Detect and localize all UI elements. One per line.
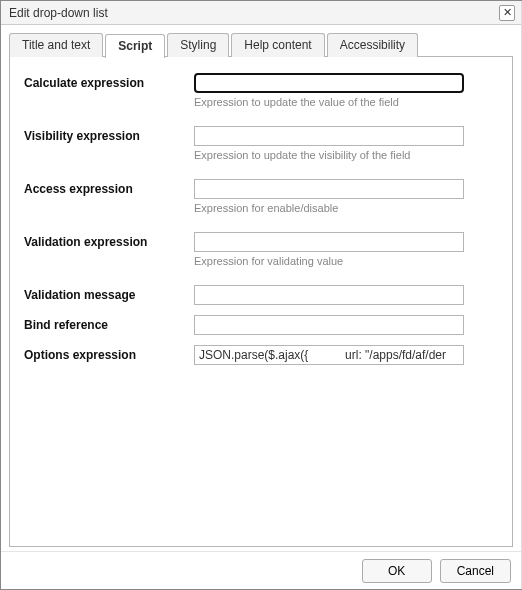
- hint-visibility: Expression to update the visibility of t…: [194, 149, 498, 161]
- hint-access: Expression for enable/disable: [194, 202, 498, 214]
- row-validation-message: Validation message: [24, 285, 498, 305]
- label-options: Options expression: [24, 345, 194, 362]
- edit-dropdown-dialog: Edit drop-down list ✕ Title and text Scr…: [0, 0, 522, 590]
- calculate-expression-input[interactable]: [194, 73, 464, 93]
- dialog-title: Edit drop-down list: [9, 6, 499, 20]
- tabstrip: Title and text Script Styling Help conte…: [9, 33, 513, 57]
- hint-calculate: Expression to update the value of the fi…: [194, 96, 498, 108]
- validation-message-input[interactable]: [194, 285, 464, 305]
- hint-validation: Expression for validating value: [194, 255, 498, 267]
- tab-styling[interactable]: Styling: [167, 33, 229, 57]
- field-bind-reference: [194, 315, 498, 335]
- dialog-body: Title and text Script Styling Help conte…: [1, 25, 521, 551]
- field-access: Expression for enable/disable: [194, 179, 498, 226]
- close-icon[interactable]: ✕: [499, 5, 515, 21]
- tab-help-content[interactable]: Help content: [231, 33, 324, 57]
- field-validation: Expression for validating value: [194, 232, 498, 279]
- validation-expression-input[interactable]: [194, 232, 464, 252]
- script-panel: Calculate expression Expression to updat…: [9, 56, 513, 547]
- field-validation-message: [194, 285, 498, 305]
- label-bind-reference: Bind reference: [24, 315, 194, 332]
- row-validation: Validation expression Expression for val…: [24, 232, 498, 279]
- access-expression-input[interactable]: [194, 179, 464, 199]
- bind-reference-input[interactable]: [194, 315, 464, 335]
- options-expression-input[interactable]: [194, 345, 464, 365]
- row-visibility: Visibility expression Expression to upda…: [24, 126, 498, 173]
- tab-script[interactable]: Script: [105, 34, 165, 58]
- tab-title-and-text[interactable]: Title and text: [9, 33, 103, 57]
- row-access: Access expression Expression for enable/…: [24, 179, 498, 226]
- ok-button[interactable]: OK: [362, 559, 432, 583]
- field-options: [194, 345, 498, 365]
- visibility-expression-input[interactable]: [194, 126, 464, 146]
- row-options: Options expression: [24, 345, 498, 365]
- dialog-footer: OK Cancel: [1, 551, 521, 589]
- label-calculate: Calculate expression: [24, 73, 194, 90]
- titlebar: Edit drop-down list ✕: [1, 1, 521, 25]
- label-access: Access expression: [24, 179, 194, 196]
- field-visibility: Expression to update the visibility of t…: [194, 126, 498, 173]
- label-visibility: Visibility expression: [24, 126, 194, 143]
- label-validation: Validation expression: [24, 232, 194, 249]
- field-calculate: Expression to update the value of the fi…: [194, 73, 498, 120]
- row-bind-reference: Bind reference: [24, 315, 498, 335]
- label-validation-message: Validation message: [24, 285, 194, 302]
- cancel-button[interactable]: Cancel: [440, 559, 511, 583]
- row-calculate: Calculate expression Expression to updat…: [24, 73, 498, 120]
- tab-accessibility[interactable]: Accessibility: [327, 33, 418, 57]
